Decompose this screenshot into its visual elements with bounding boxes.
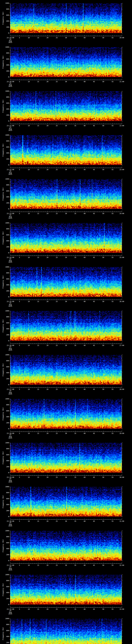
x-minor-tick <box>88 299 88 300</box>
y-major-tick-left <box>9 317 10 317</box>
y-major-tick-left <box>9 77 10 77</box>
y-minor-tick-right <box>122 58 122 58</box>
x-minor-tick <box>79 211 79 212</box>
y-major-tick-right <box>122 253 123 253</box>
y-tick-label: 200 <box>1 642 9 643</box>
x-minor-tick <box>98 168 98 168</box>
x-minor-tick <box>100 563 100 564</box>
x-minor-tick <box>68 124 68 124</box>
x-end-tick <box>122 430 122 432</box>
x-tick-label: 30 <box>65 257 67 258</box>
x-minor-tick <box>72 124 72 124</box>
y-major-tick-right <box>122 191 123 191</box>
x-tick-label: 50 <box>102 520 104 522</box>
x-minor-tick <box>114 475 114 476</box>
x-minor-tick <box>118 124 118 124</box>
frequency-axis-title: Frequency (Hz) <box>2 188 4 200</box>
x-end-tick <box>122 79 122 80</box>
x-minor-tick <box>114 211 114 212</box>
y-minor-tick-right <box>122 150 122 150</box>
frequency-axis-title: Frequency (Hz) <box>2 451 4 464</box>
x-minor-tick <box>55 519 55 520</box>
spectrogram-heatmap <box>10 443 122 473</box>
y-tick-label: 600 <box>1 322 9 324</box>
x-tick-label: 35 <box>74 345 76 346</box>
y-minor-tick-right <box>122 32 122 32</box>
x-tick-label: 30 <box>65 476 67 478</box>
x-minor-tick <box>98 607 98 608</box>
y-minor-tick-right <box>122 453 122 454</box>
y-major-tick-left <box>9 159 10 159</box>
y-major-tick-right <box>122 630 123 631</box>
x-tick-label: 55 <box>112 37 114 38</box>
x-minor-tick <box>42 343 42 344</box>
x-minor-tick <box>81 519 81 520</box>
y-minor-tick-right <box>122 72 122 73</box>
x-tick-label: 25 <box>56 37 58 38</box>
y-minor-tick-right <box>122 324 122 324</box>
y-minor-tick-right <box>122 339 122 340</box>
y-major-tick-right <box>122 317 123 317</box>
spectrogram-heatmap <box>10 311 122 341</box>
x-minor-tick <box>88 36 88 36</box>
y-tick-label: 200 <box>1 290 9 292</box>
x-tick-label: 20 <box>46 301 48 302</box>
y-minor-tick-right <box>122 50 122 50</box>
date-label: 2015 <box>8 42 12 43</box>
x-minor-tick <box>79 80 79 80</box>
y-minor-tick-right <box>122 632 122 632</box>
x-tick-label: 45 <box>93 564 95 566</box>
y-minor-tick-right <box>122 295 122 296</box>
frequency-axis-title: Frequency (Hz) <box>2 12 4 24</box>
x-major-tick <box>103 563 104 564</box>
y-major-tick-left <box>9 379 10 379</box>
x-tick-label: 25 <box>56 520 58 522</box>
y-minor-tick-right <box>122 68 122 68</box>
x-tick-label: 50 <box>102 125 104 126</box>
x-tick-label: 20 <box>46 169 48 170</box>
x-minor-tick <box>118 519 118 520</box>
x-major-tick <box>29 343 29 344</box>
y-minor-tick-right <box>122 364 122 364</box>
y-minor-tick-right <box>122 224 122 225</box>
x-tick-label: 50 <box>102 37 104 38</box>
x-tick-label: 35 <box>74 257 76 258</box>
x-minor-tick <box>62 431 62 432</box>
x-minor-tick <box>105 80 105 80</box>
x-minor-tick <box>68 80 68 80</box>
x-minor-tick <box>101 124 102 124</box>
x-tick-label: 55 <box>112 301 114 302</box>
x-minor-tick <box>25 36 25 36</box>
x-minor-tick <box>114 168 114 168</box>
y-major-tick-right <box>122 467 123 467</box>
x-minor-tick <box>68 475 68 476</box>
x-minor-tick <box>109 168 109 168</box>
x-tick-label: 40 <box>84 37 86 38</box>
x-major-tick <box>84 387 85 388</box>
spectrogram-heatmap <box>10 531 122 561</box>
x-minor-tick <box>88 124 88 124</box>
y-minor-tick-right <box>122 547 122 548</box>
y-major-tick-right <box>122 65 123 65</box>
frequency-axis-title: Frequency (Hz) <box>2 319 4 332</box>
y-minor-tick-right <box>122 559 122 559</box>
y-major-tick-left <box>9 33 10 33</box>
x-minor-tick <box>116 387 116 388</box>
x-minor-tick <box>72 168 72 168</box>
y-minor-tick-right <box>122 488 122 488</box>
x-minor-tick <box>116 80 116 80</box>
y-major-tick-left <box>9 624 10 625</box>
end-time-label: 22:00 <box>120 125 124 126</box>
x-minor-tick <box>55 124 55 124</box>
y-tick-label: 0 <box>1 384 9 386</box>
y-major-tick-right <box>122 153 123 153</box>
y-tick-label: 200 <box>1 246 9 248</box>
y-minor-tick-right <box>122 596 122 596</box>
y-minor-tick-right <box>122 414 122 414</box>
x-minor-tick <box>25 431 25 432</box>
spectrogram-heatmap <box>10 575 122 604</box>
y-major-tick-left <box>9 417 10 417</box>
y-major-tick-right <box>122 267 123 267</box>
x-minor-tick <box>83 387 83 388</box>
y-minor-tick-left <box>10 458 10 458</box>
